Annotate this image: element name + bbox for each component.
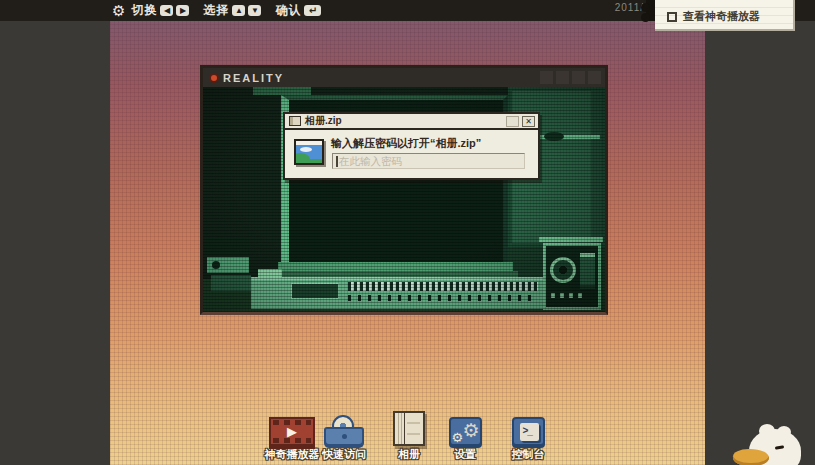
popup-menu: 查看神奇播放器	[655, 0, 795, 31]
pin-icon	[641, 3, 650, 12]
select-label: 选择	[203, 2, 229, 19]
dialog-blank-button[interactable]	[506, 116, 519, 127]
icon-label: 设置	[454, 449, 476, 460]
album-file-icon	[289, 116, 301, 126]
reality-window: REALITY	[200, 65, 608, 315]
photo-icon	[294, 139, 324, 165]
zip-password-dialog: 相册.zip ✕ 输入解压密码以打开“相册.zip”	[283, 112, 540, 180]
confirm-hint: 确认 ↵	[275, 2, 321, 19]
date-text: 2011/	[615, 2, 644, 13]
gear-icon[interactable]: ⚙	[112, 0, 125, 21]
password-field-frame	[332, 153, 525, 169]
confirm-label: 确认	[275, 2, 301, 19]
select-up-key-icon[interactable]: ▲	[232, 5, 245, 16]
checkbox-icon[interactable]	[667, 12, 677, 22]
disc-bag-icon	[324, 415, 364, 446]
switch-prev-key-icon[interactable]: ◀	[160, 5, 173, 16]
desktop-icon-settings[interactable]: ⚙ ⚙ 设置	[430, 410, 500, 460]
icon-label: 控制台	[512, 449, 545, 460]
switch-hint: 切换 ◀ ▶	[131, 2, 189, 19]
reality-title: REALITY	[223, 72, 284, 84]
gears-icon: ⚙ ⚙	[449, 417, 482, 446]
switch-next-key-icon[interactable]: ▶	[176, 5, 189, 16]
icon-label: 相册	[398, 449, 420, 460]
window-control-button[interactable]	[572, 71, 585, 84]
record-dot-icon	[209, 73, 219, 83]
desktop-icon-quick-access[interactable]: 快速访问	[309, 410, 379, 460]
control-hints: ⚙ 切换 ◀ ▶ 选择 ▲ ▼ 确认 ↵	[0, 0, 329, 21]
album-book-icon	[393, 411, 425, 446]
duck-beak	[733, 449, 769, 465]
dialog-body: 输入解压密码以打开“相册.zip”	[285, 130, 538, 178]
icon-label: 快速访问	[322, 449, 366, 460]
dialog-title: 相册.zip	[305, 114, 342, 128]
password-input[interactable]	[339, 154, 523, 168]
select-hint: 选择 ▲ ▼	[203, 2, 261, 19]
console-icon: >_	[512, 417, 545, 446]
popup-menu-item-view-player[interactable]: 查看神奇播放器	[667, 9, 760, 24]
dialog-titlebar[interactable]: 相册.zip ✕	[285, 114, 538, 130]
pin-icon	[641, 13, 650, 22]
reality-titlebar[interactable]: REALITY	[203, 68, 605, 87]
window-control-button[interactable]	[540, 71, 553, 84]
select-down-key-icon[interactable]: ▼	[248, 5, 261, 16]
window-control-button[interactable]	[556, 71, 569, 84]
close-icon[interactable]: ✕	[522, 116, 535, 127]
window-controls	[540, 71, 601, 84]
desktop-icon-console[interactable]: >_ 控制台	[493, 410, 563, 460]
enter-key-icon[interactable]: ↵	[304, 5, 321, 16]
duck-mascot[interactable]	[733, 424, 813, 465]
dialog-message: 输入解压密码以打开“相册.zip”	[331, 136, 481, 151]
popup-item-label: 查看神奇播放器	[683, 9, 760, 24]
switch-label: 切换	[131, 2, 157, 19]
game-screen: ⚙ 切换 ◀ ▶ 选择 ▲ ▼ 确认 ↵ 2011/ 查看神奇播放器	[0, 0, 815, 465]
window-control-button[interactable]	[588, 71, 601, 84]
text-caret	[336, 156, 338, 167]
